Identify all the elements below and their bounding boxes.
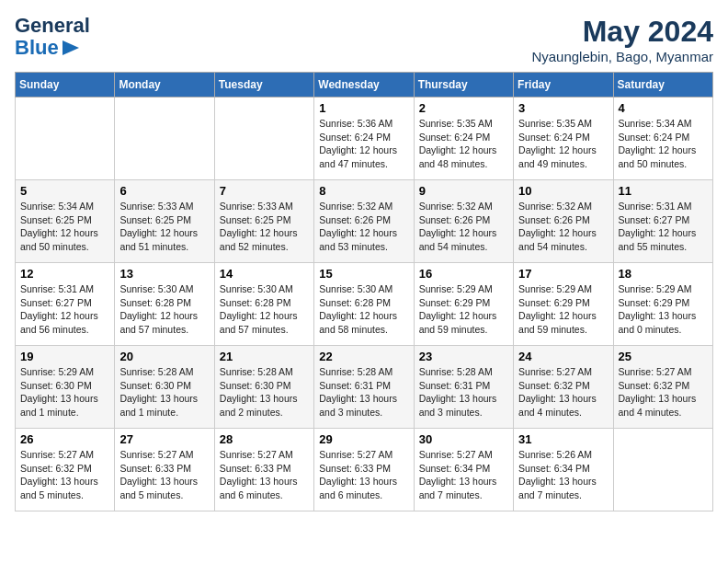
- day-info: Sunrise: 5:31 AM Sunset: 6:27 PM Dayligh…: [20, 282, 109, 337]
- title-block: May 2024 Nyaunglebin, Bago, Myanmar: [531, 15, 713, 64]
- day-info: Sunrise: 5:27 AM Sunset: 6:33 PM Dayligh…: [319, 448, 408, 502]
- table-row: 30Sunrise: 5:27 AM Sunset: 6:34 PM Dayli…: [414, 429, 513, 511]
- day-info: Sunrise: 5:27 AM Sunset: 6:34 PM Dayligh…: [419, 448, 508, 502]
- day-number: 1: [319, 101, 408, 115]
- header-thursday: Thursday: [414, 73, 513, 98]
- day-number: 25: [619, 350, 708, 363]
- table-row: 19Sunrise: 5:29 AM Sunset: 6:30 PM Dayli…: [16, 346, 115, 429]
- day-info: Sunrise: 5:27 AM Sunset: 6:32 PM Dayligh…: [20, 448, 109, 502]
- day-info: Sunrise: 5:30 AM Sunset: 6:28 PM Dayligh…: [119, 282, 209, 337]
- table-row: 23Sunrise: 5:28 AM Sunset: 6:31 PM Dayli…: [414, 346, 513, 429]
- day-number: 10: [518, 184, 608, 198]
- table-row: 18Sunrise: 5:29 AM Sunset: 6:29 PM Dayli…: [613, 263, 712, 346]
- table-row: 31Sunrise: 5:26 AM Sunset: 6:34 PM Dayli…: [514, 429, 613, 511]
- table-row: 4Sunrise: 5:34 AM Sunset: 6:24 PM Daylig…: [613, 98, 712, 180]
- table-row: [613, 429, 712, 511]
- table-row: [16, 98, 115, 180]
- logo-line1: General: [15, 15, 90, 37]
- table-row: 24Sunrise: 5:27 AM Sunset: 6:32 PM Dayli…: [514, 346, 613, 429]
- table-row: 22Sunrise: 5:28 AM Sunset: 6:31 PM Dayli…: [314, 346, 414, 429]
- day-info: Sunrise: 5:29 AM Sunset: 6:29 PM Dayligh…: [419, 282, 508, 337]
- table-row: 26Sunrise: 5:27 AM Sunset: 6:32 PM Dayli…: [16, 429, 115, 511]
- day-info: Sunrise: 5:32 AM Sunset: 6:26 PM Dayligh…: [419, 200, 508, 254]
- header-wednesday: Wednesday: [314, 73, 414, 98]
- table-row: 13Sunrise: 5:30 AM Sunset: 6:28 PM Dayli…: [115, 263, 214, 346]
- day-info: Sunrise: 5:26 AM Sunset: 6:34 PM Dayligh…: [518, 448, 608, 502]
- day-info: Sunrise: 5:27 AM Sunset: 6:32 PM Dayligh…: [619, 365, 708, 419]
- location-subtitle: Nyaunglebin, Bago, Myanmar: [531, 49, 713, 64]
- day-number: 14: [220, 267, 309, 281]
- logo-arrow-icon: [63, 40, 79, 55]
- day-number: 27: [119, 432, 209, 446]
- day-info: Sunrise: 5:33 AM Sunset: 6:25 PM Dayligh…: [119, 200, 209, 254]
- day-number: 17: [518, 267, 608, 281]
- table-row: 20Sunrise: 5:28 AM Sunset: 6:30 PM Dayli…: [115, 346, 214, 429]
- calendar-table: Sunday Monday Tuesday Wednesday Thursday…: [15, 72, 713, 511]
- table-row: 28Sunrise: 5:27 AM Sunset: 6:33 PM Dayli…: [214, 429, 313, 511]
- day-number: 8: [319, 184, 408, 198]
- table-row: 3Sunrise: 5:35 AM Sunset: 6:24 PM Daylig…: [514, 98, 613, 180]
- table-row: 16Sunrise: 5:29 AM Sunset: 6:29 PM Dayli…: [414, 263, 513, 346]
- day-info: Sunrise: 5:35 AM Sunset: 6:24 PM Dayligh…: [518, 117, 608, 171]
- day-info: Sunrise: 5:32 AM Sunset: 6:26 PM Dayligh…: [319, 200, 408, 254]
- day-info: Sunrise: 5:28 AM Sunset: 6:30 PM Dayligh…: [220, 365, 309, 419]
- calendar-week-row: 5Sunrise: 5:34 AM Sunset: 6:25 PM Daylig…: [16, 180, 713, 263]
- day-number: 26: [20, 432, 109, 446]
- header-tuesday: Tuesday: [214, 73, 313, 98]
- svg-marker-0: [63, 40, 79, 55]
- day-number: 28: [220, 432, 309, 446]
- day-number: 12: [20, 267, 109, 281]
- table-row: 9Sunrise: 5:32 AM Sunset: 6:26 PM Daylig…: [414, 180, 513, 263]
- day-info: Sunrise: 5:28 AM Sunset: 6:31 PM Dayligh…: [319, 365, 408, 419]
- table-row: 27Sunrise: 5:27 AM Sunset: 6:33 PM Dayli…: [115, 429, 214, 511]
- table-row: 29Sunrise: 5:27 AM Sunset: 6:33 PM Dayli…: [314, 429, 414, 511]
- calendar-week-row: 1Sunrise: 5:36 AM Sunset: 6:24 PM Daylig…: [16, 98, 713, 180]
- table-row: 6Sunrise: 5:33 AM Sunset: 6:25 PM Daylig…: [115, 180, 214, 263]
- day-number: 16: [419, 267, 508, 281]
- day-info: Sunrise: 5:30 AM Sunset: 6:28 PM Dayligh…: [220, 282, 309, 337]
- header-monday: Monday: [115, 73, 214, 98]
- day-number: 22: [319, 350, 408, 363]
- table-row: 25Sunrise: 5:27 AM Sunset: 6:32 PM Dayli…: [613, 346, 712, 429]
- day-info: Sunrise: 5:34 AM Sunset: 6:25 PM Dayligh…: [20, 200, 109, 254]
- day-number: 6: [119, 184, 209, 198]
- day-number: 5: [20, 184, 109, 198]
- day-number: 9: [419, 184, 508, 198]
- day-number: 7: [220, 184, 309, 198]
- day-info: Sunrise: 5:29 AM Sunset: 6:29 PM Dayligh…: [619, 282, 708, 337]
- calendar-week-row: 19Sunrise: 5:29 AM Sunset: 6:30 PM Dayli…: [16, 346, 713, 429]
- page-header: General Blue May 2024 Nyaunglebin, Bago,…: [15, 15, 713, 64]
- day-number: 21: [220, 350, 309, 363]
- day-number: 11: [619, 184, 708, 198]
- day-number: 13: [119, 267, 209, 281]
- day-info: Sunrise: 5:32 AM Sunset: 6:26 PM Dayligh…: [518, 200, 608, 254]
- logo-line2: Blue: [15, 37, 59, 59]
- day-info: Sunrise: 5:28 AM Sunset: 6:30 PM Dayligh…: [119, 365, 209, 419]
- day-info: Sunrise: 5:29 AM Sunset: 6:29 PM Dayligh…: [518, 282, 608, 337]
- table-row: 5Sunrise: 5:34 AM Sunset: 6:25 PM Daylig…: [16, 180, 115, 263]
- table-row: 14Sunrise: 5:30 AM Sunset: 6:28 PM Dayli…: [214, 263, 313, 346]
- day-info: Sunrise: 5:28 AM Sunset: 6:31 PM Dayligh…: [419, 365, 508, 419]
- day-number: 18: [619, 267, 708, 281]
- table-row: 11Sunrise: 5:31 AM Sunset: 6:27 PM Dayli…: [613, 180, 712, 263]
- header-friday: Friday: [514, 73, 613, 98]
- day-number: 20: [119, 350, 209, 363]
- header-sunday: Sunday: [16, 73, 115, 98]
- table-row: 2Sunrise: 5:35 AM Sunset: 6:24 PM Daylig…: [414, 98, 513, 180]
- day-info: Sunrise: 5:27 AM Sunset: 6:32 PM Dayligh…: [518, 365, 608, 419]
- calendar-header-row: Sunday Monday Tuesday Wednesday Thursday…: [16, 73, 713, 98]
- calendar-week-row: 12Sunrise: 5:31 AM Sunset: 6:27 PM Dayli…: [16, 263, 713, 346]
- table-row: [115, 98, 214, 180]
- day-number: 4: [619, 101, 708, 115]
- day-number: 23: [419, 350, 508, 363]
- table-row: 1Sunrise: 5:36 AM Sunset: 6:24 PM Daylig…: [314, 98, 414, 180]
- day-info: Sunrise: 5:27 AM Sunset: 6:33 PM Dayligh…: [220, 448, 309, 502]
- day-number: 30: [419, 432, 508, 446]
- day-info: Sunrise: 5:36 AM Sunset: 6:24 PM Dayligh…: [319, 117, 408, 171]
- day-info: Sunrise: 5:30 AM Sunset: 6:28 PM Dayligh…: [319, 282, 408, 337]
- table-row: [214, 98, 313, 180]
- table-row: 15Sunrise: 5:30 AM Sunset: 6:28 PM Dayli…: [314, 263, 414, 346]
- table-row: 17Sunrise: 5:29 AM Sunset: 6:29 PM Dayli…: [514, 263, 613, 346]
- logo: General Blue: [15, 15, 90, 59]
- month-year-title: May 2024: [531, 15, 713, 49]
